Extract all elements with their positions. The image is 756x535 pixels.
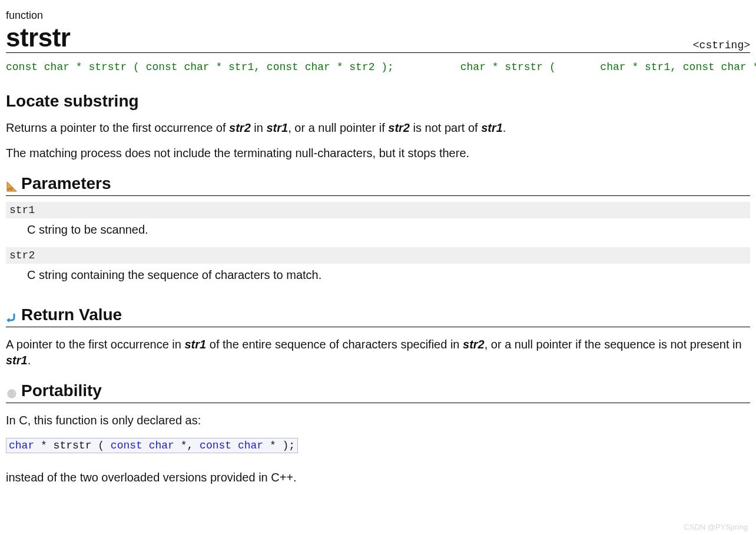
- portability-outro: instead of the two overloaded versions p…: [6, 470, 750, 486]
- globe-icon: [6, 385, 18, 397]
- param-name: str2: [6, 247, 750, 264]
- kw: const: [111, 440, 142, 451]
- param-ref: str2: [229, 121, 251, 134]
- portability-heading: Portability: [6, 381, 750, 403]
- parameters-heading: Parameters: [6, 174, 750, 196]
- text: .: [503, 121, 506, 134]
- param-name: str1: [6, 202, 750, 218]
- title-row: strstr <cstring>: [6, 24, 750, 53]
- code-text: [231, 440, 238, 451]
- portability-title-text: Portability: [21, 381, 102, 400]
- text: .: [28, 354, 31, 367]
- signature-row: const char * strstr ( const char * str1,…: [6, 53, 750, 79]
- signature-2: char * strstr ( char * str1, const char …: [422, 61, 756, 73]
- return-arrow-icon: [6, 309, 18, 321]
- function-name: strstr: [6, 24, 71, 51]
- svg-marker-4: [6, 318, 9, 323]
- text: Returns a pointer to the first occurrenc…: [6, 121, 229, 134]
- signature-1: const char * strstr ( const char * str1,…: [6, 61, 394, 73]
- code-snippet: char * strstr ( const char *, const char…: [6, 438, 298, 453]
- parameters-title-text: Parameters: [21, 174, 111, 193]
- code-text: [142, 440, 149, 451]
- kw: char: [238, 440, 263, 451]
- return-value-paragraph: A pointer to the first occurrence in str…: [6, 337, 750, 368]
- portability-code-box: char * strstr ( const char *, const char…: [6, 438, 750, 453]
- code-text: * );: [263, 440, 295, 451]
- ruler-icon: [6, 178, 18, 190]
- summary-paragraph-2: The matching process does not include th…: [6, 145, 750, 161]
- param-ref: str1: [6, 354, 28, 367]
- kw: char: [149, 440, 174, 451]
- summary-title: Locate substring: [6, 92, 750, 111]
- text: in: [251, 121, 267, 134]
- function-kind-label: function: [6, 9, 750, 22]
- param-desc: C string containing the sequence of char…: [6, 264, 750, 293]
- param-ref: str2: [388, 121, 410, 134]
- param-ref: str2: [463, 338, 485, 351]
- watermark: CSDN @PYSpring: [684, 523, 748, 531]
- text: of the entire sequence of characters spe…: [206, 338, 463, 351]
- text: A pointer to the first occurrence in: [6, 338, 185, 351]
- text: is not part of: [410, 121, 481, 134]
- param-ref: str1: [481, 121, 503, 134]
- return-value-title-text: Return Value: [21, 305, 122, 324]
- kw: char: [9, 440, 34, 451]
- param-desc: C string to be scanned.: [6, 218, 750, 247]
- code-text: * strstr (: [34, 440, 111, 451]
- kw: const: [200, 440, 231, 451]
- text: , or a null pointer if: [288, 121, 388, 134]
- portability-intro: In C, this function is only declared as:: [6, 413, 750, 428]
- header-include: <cstring>: [693, 39, 750, 51]
- return-value-heading: Return Value: [6, 305, 750, 327]
- code-text: *,: [174, 440, 200, 451]
- summary-paragraph-1: Returns a pointer to the first occurrenc…: [6, 120, 750, 136]
- text: , or a null pointer if the sequence is n…: [485, 338, 742, 351]
- param-ref: str1: [185, 338, 207, 351]
- param-ref: str1: [266, 121, 288, 134]
